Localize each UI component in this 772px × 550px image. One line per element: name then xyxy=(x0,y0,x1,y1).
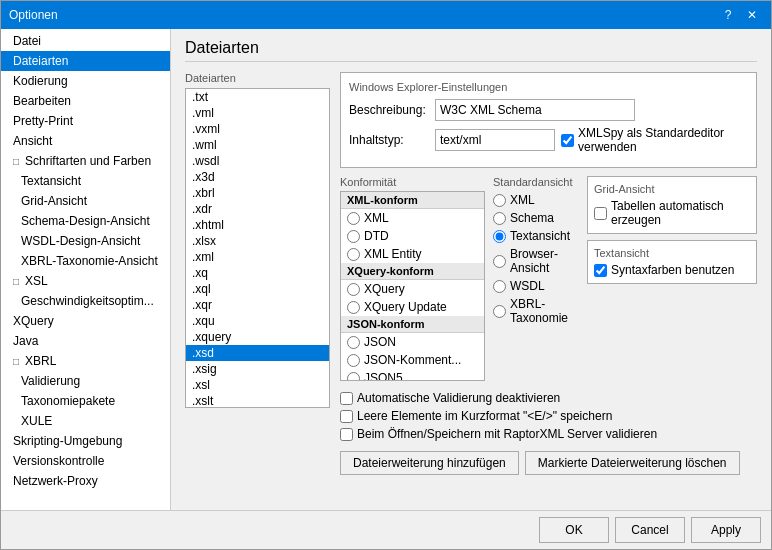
description-input[interactable] xyxy=(435,99,635,121)
sidebar-item-grid-ansicht[interactable]: Grid-Ansicht xyxy=(1,191,170,211)
standard-view-item[interactable]: Schema xyxy=(493,209,579,227)
file-list-item[interactable]: .xsd xyxy=(186,345,329,361)
sidebar-item-xsl[interactable]: □XSL xyxy=(1,271,170,291)
conformity-radio[interactable] xyxy=(347,248,360,261)
sidebar-item-xquery[interactable]: XQuery xyxy=(1,311,170,331)
check-item-checkbox[interactable] xyxy=(340,392,353,405)
two-col-layout: Dateiarten .txt.vml.vxml.wml.wsdl.x3d.xb… xyxy=(185,72,757,475)
conformity-radio[interactable] xyxy=(347,301,360,314)
sidebar-item-bearbeiten[interactable]: Bearbeiten xyxy=(1,91,170,111)
conformity-item[interactable]: XML xyxy=(341,209,484,227)
check-item[interactable]: Beim Öffnen/Speichern mit RaptorXML Serv… xyxy=(340,425,757,443)
standard-view-radio[interactable] xyxy=(493,194,506,207)
standard-view-options: XMLSchemaTextansichtBrowser-AnsichtWSDLX… xyxy=(493,191,579,327)
sidebar-item-skripting[interactable]: Skripting-Umgebung xyxy=(1,431,170,451)
sidebar-item-taxonomiepakete[interactable]: Taxonomiepakete xyxy=(1,391,170,411)
sidebar-item-java[interactable]: Java xyxy=(1,331,170,351)
sidebar-item-xbrl[interactable]: □XBRL xyxy=(1,351,170,371)
add-extension-button[interactable]: Dateierweiterung hinzufügen xyxy=(340,451,519,475)
file-list-item[interactable]: .xqu xyxy=(186,313,329,329)
grid-auto-tables-checkbox[interactable] xyxy=(594,207,607,220)
sidebar-item-pretty-print[interactable]: Pretty-Print xyxy=(1,111,170,131)
conformity-item[interactable]: XML Entity xyxy=(341,245,484,263)
sidebar-item-validierung[interactable]: Validierung xyxy=(1,371,170,391)
conformity-radio[interactable] xyxy=(347,336,360,349)
grid-view-panel: Grid-Ansicht Tabellen automatisch erzeug… xyxy=(587,176,757,234)
sidebar-item-ansicht[interactable]: Ansicht xyxy=(1,131,170,151)
conformity-list[interactable]: XML-konformXMLDTDXML EntityXQuery-konfor… xyxy=(340,191,485,381)
check-item[interactable]: Automatische Validierung deaktivieren xyxy=(340,389,757,407)
syntax-colors-checkbox[interactable] xyxy=(594,264,607,277)
sidebar-item-xbrl-taxonomie[interactable]: XBRL-Taxonomie-Ansicht xyxy=(1,251,170,271)
file-list-item[interactable]: .xsl xyxy=(186,377,329,393)
conformity-radio[interactable] xyxy=(347,212,360,225)
file-list-item[interactable]: .xbrl xyxy=(186,185,329,201)
file-list-item[interactable]: .xqr xyxy=(186,297,329,313)
check-item[interactable]: Leere Elemente im Kurzformat "<E/>" spei… xyxy=(340,407,757,425)
remove-extension-button[interactable]: Markierte Dateierweiterung löschen xyxy=(525,451,740,475)
conformity-item[interactable]: DTD xyxy=(341,227,484,245)
file-list-item[interactable]: .xq xyxy=(186,265,329,281)
sidebar-item-wsdl-design[interactable]: WSDL-Design-Ansicht xyxy=(1,231,170,251)
standard-view-radio[interactable] xyxy=(493,280,506,293)
cancel-button[interactable]: Cancel xyxy=(615,517,685,543)
standard-view-item[interactable]: Browser-Ansicht xyxy=(493,245,579,277)
standard-view-radio[interactable] xyxy=(493,212,506,225)
file-list-item[interactable]: .txt xyxy=(186,89,329,105)
standard-view-item[interactable]: XML xyxy=(493,191,579,209)
check-item-checkbox[interactable] xyxy=(340,410,353,423)
sidebar-item-schriftarten[interactable]: □Schriftarten und Farben xyxy=(1,151,170,171)
sidebar-item-versionskontrolle[interactable]: Versionskontrolle xyxy=(1,451,170,471)
sidebar-item-label: XQuery xyxy=(13,314,54,328)
file-list-item[interactable]: .xql xyxy=(186,281,329,297)
standard-view-label: XML xyxy=(510,193,535,207)
sidebar-item-xule[interactable]: XULE xyxy=(1,411,170,431)
ok-button[interactable]: OK xyxy=(539,517,609,543)
standard-view-item[interactable]: XBRL-Taxonomie xyxy=(493,295,579,327)
check-item-checkbox[interactable] xyxy=(340,428,353,441)
conformity-radio[interactable] xyxy=(347,372,360,382)
file-list-item[interactable]: .xslt xyxy=(186,393,329,408)
file-list-item[interactable]: .xquery xyxy=(186,329,329,345)
conformity-radio[interactable] xyxy=(347,283,360,296)
file-list-item[interactable]: .xdr xyxy=(186,201,329,217)
file-list-item[interactable]: .wml xyxy=(186,137,329,153)
file-list-item[interactable]: .xsig xyxy=(186,361,329,377)
file-list-item[interactable]: .xlsx xyxy=(186,233,329,249)
sidebar-item-label: XULE xyxy=(21,414,52,428)
sidebar-item-label: Geschwindigkeitsoptim... xyxy=(21,294,154,308)
conformity-radio[interactable] xyxy=(347,354,360,367)
standard-view-item[interactable]: Textansicht xyxy=(493,227,579,245)
standard-view-label: Browser-Ansicht xyxy=(510,247,579,275)
sidebar-item-label: Taxonomiepakete xyxy=(21,394,115,408)
conformity-item[interactable]: XQuery xyxy=(341,280,484,298)
help-button[interactable]: ? xyxy=(717,5,739,25)
xmlspy-checkbox[interactable] xyxy=(561,134,574,147)
conformity-item[interactable]: JSON5 xyxy=(341,369,484,381)
apply-button[interactable]: Apply xyxy=(691,517,761,543)
file-list-item[interactable]: .wsdl xyxy=(186,153,329,169)
sidebar-item-textansicht[interactable]: Textansicht xyxy=(1,171,170,191)
file-list-item[interactable]: .xhtml xyxy=(186,217,329,233)
conformity-item[interactable]: JSON-Komment... xyxy=(341,351,484,369)
content-type-input[interactable] xyxy=(435,129,555,151)
sidebar-item-netzwerk-proxy[interactable]: Netzwerk-Proxy xyxy=(1,471,170,491)
file-list-item[interactable]: .xml xyxy=(186,249,329,265)
standard-view-radio[interactable] xyxy=(493,255,506,268)
file-list-item[interactable]: .vxml xyxy=(186,121,329,137)
sidebar-item-datei[interactable]: Datei xyxy=(1,31,170,51)
standard-view-radio[interactable] xyxy=(493,305,506,318)
file-list-item[interactable]: .x3d xyxy=(186,169,329,185)
conformity-item[interactable]: XQuery Update xyxy=(341,298,484,316)
standard-view-item[interactable]: WSDL xyxy=(493,277,579,295)
sidebar-item-geschwindigkeit[interactable]: Geschwindigkeitsoptim... xyxy=(1,291,170,311)
conformity-radio[interactable] xyxy=(347,230,360,243)
sidebar-item-kodierung[interactable]: Kodierung xyxy=(1,71,170,91)
sidebar-item-schema-design[interactable]: Schema-Design-Ansicht xyxy=(1,211,170,231)
conformity-item[interactable]: JSON xyxy=(341,333,484,351)
file-list[interactable]: .txt.vml.vxml.wml.wsdl.x3d.xbrl.xdr.xhtm… xyxy=(185,88,330,408)
sidebar-item-dateiarten[interactable]: Dateiarten xyxy=(1,51,170,71)
file-list-item[interactable]: .vml xyxy=(186,105,329,121)
standard-view-radio[interactable] xyxy=(493,230,506,243)
close-button[interactable]: ✕ xyxy=(741,5,763,25)
